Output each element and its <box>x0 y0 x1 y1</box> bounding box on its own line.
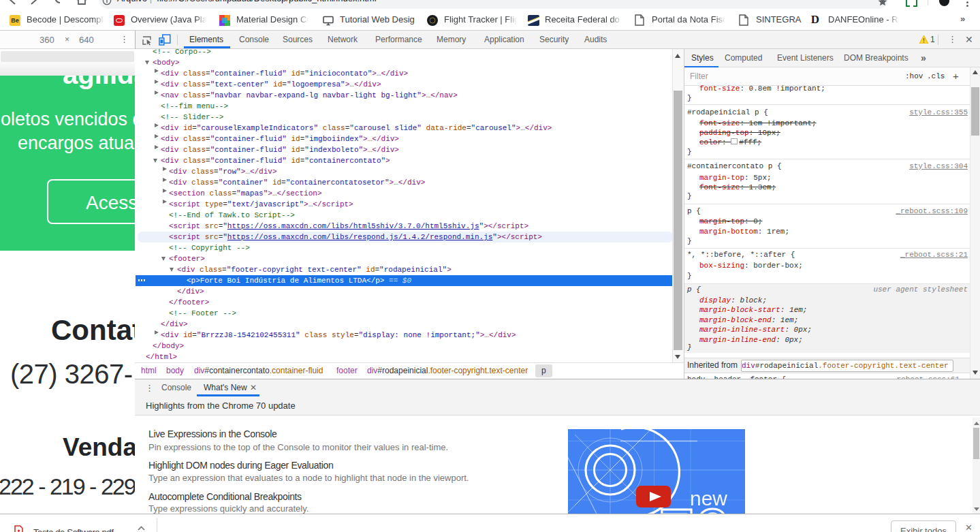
svg-text:new: new <box>690 487 727 510</box>
